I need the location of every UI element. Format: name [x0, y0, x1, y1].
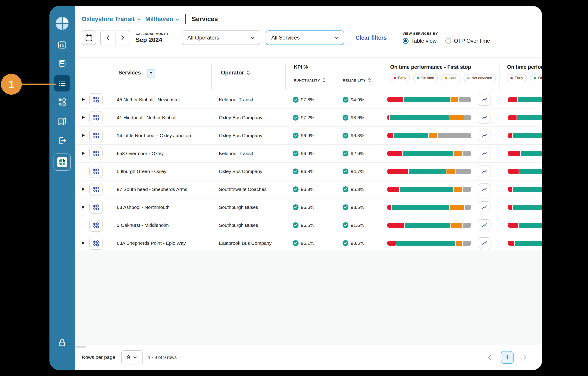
services-sort-button[interactable] — [147, 69, 155, 78]
service-name: 63A Shepherds Point - Epic Way — [117, 234, 186, 252]
reliability-cell: 95.8% — [343, 180, 364, 198]
stop-pattern-button[interactable] — [89, 93, 103, 106]
radio-selected-icon — [403, 38, 409, 44]
otp-first-stop-bar — [387, 205, 471, 210]
operator-name: Keldpool Transit — [219, 145, 253, 162]
check-icon — [293, 186, 299, 192]
stop-pattern-button[interactable] — [89, 165, 103, 178]
service-name: 41 Hindpool - Nether Kinhall — [117, 109, 177, 126]
calendar-button[interactable] — [82, 30, 96, 45]
trend-chart-button[interactable] — [479, 112, 491, 123]
trend-chart-button[interactable] — [479, 201, 491, 213]
reliability-value: 93.5% — [351, 241, 364, 246]
sidebar-item-app-shortcut[interactable] — [53, 154, 71, 171]
column-punctuality[interactable]: PUNCTUALITY — [294, 78, 326, 83]
punctuality-value: 96.5% — [301, 222, 315, 228]
legend-chip: Not detected — [463, 74, 496, 82]
radio-table-view[interactable]: Table view — [403, 38, 437, 44]
radio-unselected-icon — [445, 38, 451, 44]
breadcrumb-org[interactable]: Oxleyshire Transit — [82, 16, 141, 23]
legend-dot-icon — [467, 77, 470, 79]
table-row[interactable]: 3 Oakhurst - Middleholm Southburgh Buses… — [75, 216, 542, 234]
table-row[interactable]: 41 Hindpool - Nether Kinhall Oxley Bus C… — [75, 109, 542, 127]
next-month-button[interactable] — [116, 30, 130, 45]
calendar-icon — [85, 34, 93, 42]
trend-chart-button[interactable] — [479, 130, 491, 142]
column-operator[interactable]: Operator — [221, 69, 250, 76]
sidebar-item-vehicles[interactable] — [57, 59, 67, 69]
trend-chart-button[interactable] — [479, 183, 491, 195]
expand-caret[interactable] — [82, 241, 85, 244]
expand-caret[interactable] — [82, 206, 85, 209]
table-row[interactable]: 14 Little Northpool - Oxley Junction Oxl… — [75, 127, 542, 145]
stop-pattern-button[interactable] — [89, 237, 103, 250]
expand-caret[interactable] — [82, 98, 85, 101]
table-row[interactable]: 97 South head - Shepherds Arms Souththwa… — [75, 180, 542, 199]
stop-pattern-button[interactable] — [89, 201, 103, 214]
chevron-down-icon — [175, 18, 179, 21]
list-icon — [57, 78, 67, 88]
table-row[interactable]: 45 Nether Kinhall - Newcaster Keldpool T… — [75, 91, 542, 109]
sidebar-item-analytics[interactable] — [57, 40, 67, 50]
next-page-button[interactable] — [522, 354, 528, 360]
table-rows: 45 Nether Kinhall - Newcaster Keldpool T… — [75, 91, 542, 252]
column-services: Services — [118, 69, 141, 76]
legend-chip: Early — [506, 74, 527, 82]
stop-pattern-button[interactable] — [89, 111, 103, 124]
clear-filters-link[interactable]: Clear filters — [354, 34, 388, 41]
column-divider — [211, 64, 212, 90]
shapes-grid-icon — [93, 97, 99, 103]
punctuality-cell: 96.8% — [293, 180, 315, 198]
check-icon — [343, 204, 348, 210]
trend-chart-button[interactable] — [479, 94, 491, 106]
trend-line-icon — [482, 222, 487, 228]
trend-chart-button[interactable] — [479, 166, 491, 177]
expand-caret[interactable] — [82, 188, 85, 191]
table-row[interactable]: 5 Ilburgh Green - Oxley Oxley Bus Compan… — [75, 163, 542, 180]
trend-chart-button[interactable] — [479, 219, 491, 231]
column-reliability[interactable]: RELIABILITY — [343, 78, 371, 83]
table-row[interactable]: 63A Shepherds Point - Epic Way Eastbrook… — [75, 234, 542, 252]
operator-name: Souththwaite Coaches — [219, 180, 267, 198]
rows-per-page-select[interactable]: 9 — [121, 350, 143, 365]
shapes-grid-icon — [93, 114, 99, 121]
punctuality-value: 96.9% — [301, 133, 315, 138]
stop-pattern-button[interactable] — [89, 129, 103, 142]
rows-per-page: Rows per page 9 — [82, 345, 143, 370]
otp-last-stop-bar — [508, 187, 542, 192]
table-header: Services Operator KPI % PUNCTUALITY RELI… — [75, 58, 542, 91]
sidebar-item-blocks[interactable] — [57, 97, 67, 107]
radio-otp-over-time-label: OTP Over time — [454, 38, 490, 44]
table-row[interactable]: 63 Ashpool - Northmouth Southburgh Buses… — [75, 199, 542, 216]
reliability-cell: 93.5% — [343, 234, 364, 252]
trend-chart-button[interactable] — [479, 148, 491, 159]
check-icon — [343, 115, 348, 121]
operators-select[interactable]: All Operators — [182, 30, 260, 45]
table-row[interactable]: 653 Overmoor - Oxley Keldpool Transit 96… — [75, 145, 542, 163]
page-number-button[interactable]: 1 — [501, 351, 514, 364]
check-icon — [293, 133, 299, 139]
stop-pattern-button[interactable] — [89, 183, 103, 196]
legend-chip: Early — [390, 74, 410, 82]
expand-caret[interactable] — [82, 152, 85, 155]
previous-month-button[interactable] — [101, 30, 116, 45]
stop-pattern-button[interactable] — [89, 219, 103, 232]
trend-chart-button[interactable] — [479, 237, 491, 249]
check-icon — [293, 168, 299, 174]
chevron-right-icon — [121, 35, 125, 40]
previous-page-button[interactable] — [486, 354, 493, 360]
radio-otp-over-time[interactable]: OTP Over time — [445, 38, 490, 44]
rows-range-text: 1 - 9 of 9 rows — [148, 345, 177, 370]
sidebar-item-logout[interactable] — [57, 135, 67, 145]
services-select[interactable]: All Services — [266, 30, 344, 45]
sidebar-item-map[interactable] — [57, 116, 67, 126]
punctuality-cell: 97.2% — [293, 109, 315, 126]
sidebar-item-services-active[interactable] — [54, 75, 70, 91]
radio-table-view-label: Table view — [411, 38, 437, 44]
stop-pattern-button[interactable] — [89, 147, 103, 160]
calendar-month-block: CALENDAR MONTH Sep 2024 — [136, 32, 172, 44]
sidebar-item-lock[interactable] — [57, 337, 67, 347]
expand-caret[interactable] — [82, 134, 85, 137]
breadcrumb-area[interactable]: Millhaven — [145, 16, 179, 23]
expand-caret[interactable] — [82, 116, 85, 119]
